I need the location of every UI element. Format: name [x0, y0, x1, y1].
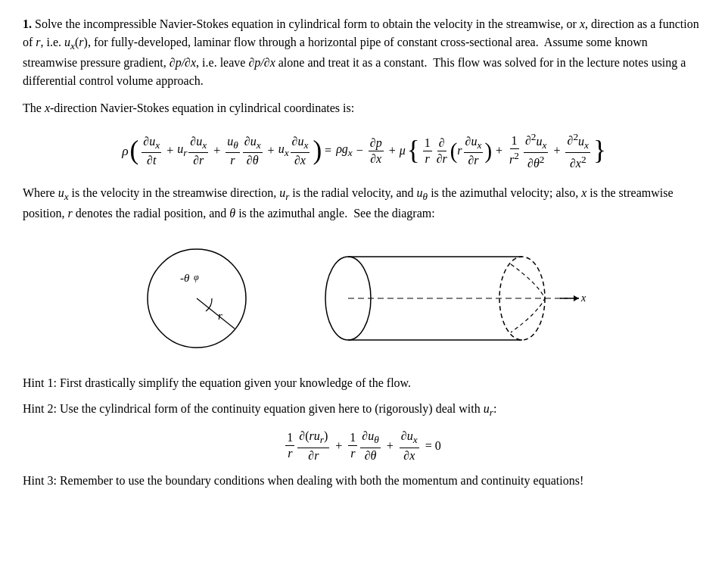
term-theta-diff: 1 r2 ∂2ux ∂θ2	[506, 131, 549, 170]
term-ur-dudr: ur ∂ux ∂r	[177, 135, 210, 167]
left-paren: (	[130, 137, 139, 164]
plus1: +	[166, 144, 173, 158]
circle-svg: -θ φ r	[136, 238, 257, 359]
svg-marker-11	[574, 295, 579, 301]
right-paren: )	[313, 137, 322, 164]
term-dudt: ∂ux ∂t	[140, 135, 163, 167]
cont-term3: ∂ux ∂x	[398, 429, 421, 462]
plus-cont2: +	[387, 439, 394, 453]
plus4: +	[389, 144, 396, 158]
svg-line-1	[197, 298, 235, 329]
plus6: +	[553, 144, 560, 158]
where-text: Where ux is the velocity in the streamwi…	[23, 184, 704, 223]
svg-text:r: r	[218, 310, 222, 322]
left-brace: {	[407, 137, 420, 164]
plus3: +	[268, 144, 275, 158]
continuity-equation: 1 r ∂(rur) ∂r + 1 r ∂uθ ∂θ +	[23, 429, 704, 462]
term-ux-dudx: ux ∂ux ∂x	[278, 135, 312, 167]
problem-text: 1. Solve the incompressible Navier-Stoke…	[23, 15, 704, 90]
pipe-svg: x	[288, 245, 590, 351]
term-dpdx: ∂p ∂x	[367, 136, 385, 166]
pipe-diagram: x	[288, 245, 590, 351]
svg-text:-θ: -θ	[180, 272, 190, 284]
plus5: +	[496, 144, 502, 158]
term-utheta: uθ r ∂ux ∂θ	[224, 135, 263, 167]
equals: =	[325, 144, 331, 158]
minus1: −	[356, 144, 363, 158]
hint3: Hint 3: Remember to use the boundary con…	[23, 472, 704, 490]
plus-cont1: +	[335, 439, 342, 453]
equation-intro: The x-direction Navier-Stokes equation i…	[23, 99, 704, 117]
cont-term1: 1 r ∂(rur) ∂r	[284, 429, 331, 462]
svg-text:φ: φ	[194, 272, 199, 282]
right-brace: }	[593, 137, 606, 164]
term-x-diff: ∂2ux ∂x2	[564, 131, 592, 170]
term-radial-diff: 1 r ∂ ∂r ( r ∂ux ∂r )	[422, 135, 492, 167]
diagram-area: -θ φ r	[23, 238, 704, 359]
svg-text:x: x	[580, 292, 586, 304]
rho-symbol: ρ	[122, 143, 128, 159]
hint1: Hint 1: First drastically simplify the e…	[23, 374, 704, 392]
term-mu: μ	[400, 144, 406, 158]
cont-term2: 1 r ∂uθ ∂θ	[347, 429, 381, 462]
equals-cont: = 0	[425, 439, 441, 453]
hint2: Hint 2: Use the cylindrical form of the …	[23, 400, 704, 420]
term-rhog: ρgx	[336, 142, 353, 159]
circle-diagram: -θ φ r	[136, 238, 257, 359]
main-content: 1. Solve the incompressible Navier-Stoke…	[23, 15, 704, 490]
plus2: +	[213, 144, 220, 158]
navier-stokes-equation: ρ ( ∂ux ∂t + ur ∂ux ∂r +	[23, 131, 704, 170]
